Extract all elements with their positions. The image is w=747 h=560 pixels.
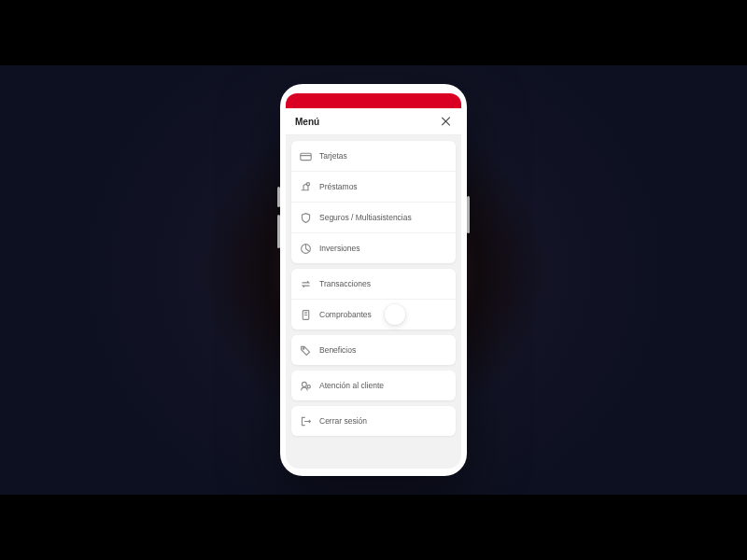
support-icon <box>299 379 312 392</box>
menu-group: Transacciones Comprobantes <box>291 269 456 329</box>
menu-item-seguros[interactable]: Seguros / Multiasistencias <box>291 202 456 232</box>
phone-side-button <box>467 196 470 233</box>
svg-point-7 <box>303 347 304 349</box>
menu-item-label: Transacciones <box>319 279 371 288</box>
menu-item-prestamos[interactable]: Préstamos <box>291 171 456 202</box>
menu-item-tarjetas[interactable]: Tarjetas <box>291 141 456 171</box>
menu-title: Menú <box>295 117 319 127</box>
svg-point-2 <box>306 182 309 185</box>
menu-item-label: Tarjetas <box>319 151 347 161</box>
logout-icon <box>299 414 312 427</box>
menu-item-inversiones[interactable]: Inversiones <box>291 232 456 263</box>
close-icon[interactable] <box>441 116 452 127</box>
svg-point-9 <box>307 385 310 387</box>
phone-frame: Menú Tarjetas Préstamos Seguros / Multia… <box>280 84 467 476</box>
menu-item-cerrar-sesion[interactable]: Cerrar sesión <box>291 406 456 436</box>
shield-icon <box>299 211 312 224</box>
menu-item-beneficios[interactable]: Beneficios <box>291 335 456 365</box>
letterbox-bottom <box>0 495 747 560</box>
svg-point-8 <box>302 382 306 386</box>
menu-item-comprobantes[interactable]: Comprobantes <box>291 299 456 329</box>
chart-icon <box>299 242 312 255</box>
menu-group: Beneficios <box>291 335 456 365</box>
menu-item-label: Inversiones <box>319 244 359 253</box>
menu-group: Tarjetas Préstamos Seguros / Multiasiste… <box>291 141 456 263</box>
receipt-icon <box>299 308 312 321</box>
svg-rect-0 <box>300 153 310 160</box>
menu-group: Cerrar sesión <box>291 406 456 436</box>
tap-indicator <box>385 304 405 325</box>
tag-icon <box>299 343 312 357</box>
menu-item-transacciones[interactable]: Transacciones <box>291 269 456 299</box>
menu-item-label: Seguros / Multiasistencias <box>319 213 412 222</box>
loan-icon <box>299 180 312 193</box>
transfer-icon <box>299 277 312 290</box>
menu-header: Menú <box>286 108 461 135</box>
menu-item-label: Comprobantes <box>319 310 372 319</box>
app-brand-bar <box>286 93 461 108</box>
menu-item-atencion[interactable]: Atención al cliente <box>291 371 456 400</box>
phone-screen: Menú Tarjetas Préstamos Seguros / Multia… <box>286 108 461 469</box>
menu-group: Atención al cliente <box>291 371 456 400</box>
menu-item-label: Atención al cliente <box>319 381 384 390</box>
menu-item-label: Cerrar sesión <box>319 416 367 426</box>
card-icon <box>299 149 312 162</box>
menu-item-label: Beneficios <box>319 345 356 355</box>
letterbox-top <box>0 0 747 65</box>
menu-item-label: Préstamos <box>319 182 358 191</box>
